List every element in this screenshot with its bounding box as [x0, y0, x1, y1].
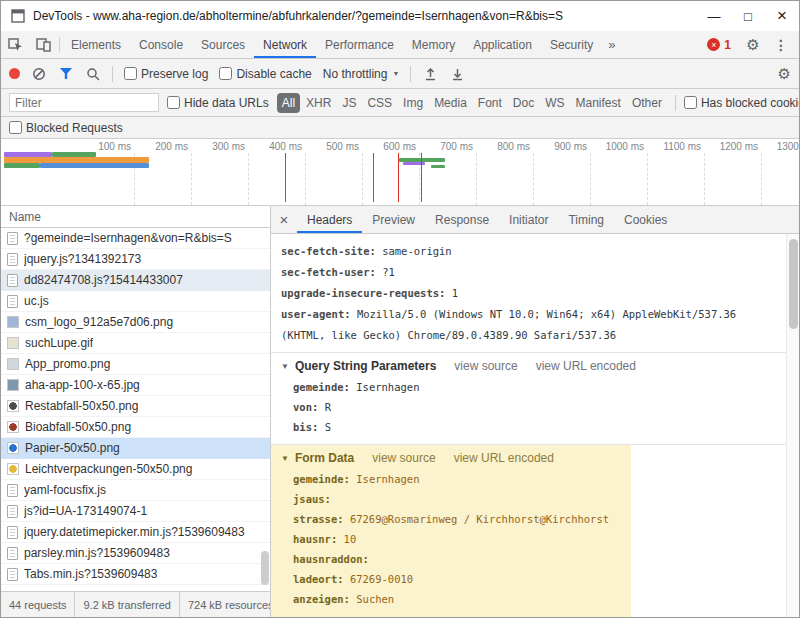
- detail-tab-cookies[interactable]: Cookies: [614, 206, 677, 233]
- record-button[interactable]: [9, 68, 20, 79]
- resource-size: 724 kB resources: [180, 592, 270, 617]
- header-line: sec-fetch-site: same-origin: [281, 241, 779, 262]
- view-url-encoded-link[interactable]: view URL encoded: [536, 359, 636, 373]
- tab-memory[interactable]: Memory: [403, 31, 464, 58]
- tab-performance[interactable]: Performance: [316, 31, 403, 58]
- request-row[interactable]: Papier-50x50.png: [1, 438, 270, 459]
- request-row[interactable]: yaml-focusfix.js: [1, 480, 270, 501]
- filter-input[interactable]: [9, 93, 159, 112]
- has-blocked-cookies-checkbox[interactable]: Has blocked cookies: [684, 96, 799, 110]
- maximize-button[interactable]: □: [731, 1, 765, 31]
- clear-icon[interactable]: [31, 66, 47, 82]
- resource-filter-js[interactable]: JS: [337, 93, 361, 113]
- request-row[interactable]: suchLupe.gif: [1, 333, 270, 354]
- view-url-encoded-link[interactable]: view URL encoded: [454, 451, 554, 465]
- request-row[interactable]: ?gemeinde=Isernhagen&von=R&bis=S: [1, 228, 270, 249]
- tab-elements[interactable]: Elements: [62, 31, 130, 58]
- has-blocked-cookies-input[interactable]: [684, 96, 697, 109]
- header-value: 1: [452, 287, 458, 299]
- preserve-log-input[interactable]: [124, 67, 137, 80]
- disclosure-triangle-icon[interactable]: ▼: [281, 454, 289, 463]
- detail-tab-response[interactable]: Response: [425, 206, 499, 233]
- more-tabs-button[interactable]: »: [602, 31, 621, 58]
- blocked-requests-input[interactable]: [9, 121, 22, 134]
- transferred-size: 9.2 kB transferred: [75, 592, 179, 617]
- detail-tabs: HeadersPreviewResponseInitiatorTimingCoo…: [297, 206, 677, 233]
- request-row[interactable]: dd82474708.js?15414433007: [1, 270, 270, 291]
- timeline-gridline: [476, 153, 477, 205]
- kebab-menu-icon[interactable]: ⋮: [767, 37, 795, 53]
- disclosure-triangle-icon[interactable]: ▼: [281, 362, 289, 371]
- minimize-button[interactable]: —: [697, 1, 731, 31]
- search-icon[interactable]: [85, 66, 101, 82]
- resource-filter-xhr[interactable]: XHR: [301, 93, 336, 113]
- resource-filter-css[interactable]: CSS: [362, 93, 397, 113]
- tab-bar-controls: × 1 ⚙ ⋮: [699, 31, 799, 58]
- request-row[interactable]: parsley.min.js?1539609483: [1, 543, 270, 564]
- form-data-section: ▼ Form Data view sourceview URL encoded …: [271, 444, 799, 617]
- export-har-icon[interactable]: [449, 66, 465, 82]
- error-badge[interactable]: × 1: [699, 38, 739, 52]
- preserve-log-checkbox[interactable]: Preserve log: [124, 67, 208, 81]
- tab-security[interactable]: Security: [541, 31, 602, 58]
- network-settings-gear-icon[interactable]: ⚙: [778, 65, 791, 83]
- param-value: 10: [344, 533, 357, 545]
- resource-filter-img[interactable]: Img: [398, 93, 428, 113]
- request-row[interactable]: csm_logo_912a5e7d06.png: [1, 312, 270, 333]
- device-toolbar-icon[interactable]: [29, 31, 57, 58]
- request-row[interactable]: Tabs.min.js?1539609483: [1, 564, 270, 585]
- request-row[interactable]: uc.js: [1, 291, 270, 312]
- request-name: Papier-50x50.png: [25, 441, 120, 455]
- request-row[interactable]: App_promo.png: [1, 354, 270, 375]
- detail-tab-preview[interactable]: Preview: [362, 206, 425, 233]
- request-name: js?id=UA-173149074-1: [24, 504, 147, 518]
- detail-tab-timing[interactable]: Timing: [558, 206, 614, 233]
- detail-tab-bar: × HeadersPreviewResponseInitiatorTimingC…: [271, 206, 799, 234]
- tab-console[interactable]: Console: [130, 31, 192, 58]
- request-row[interactable]: Restabfall-50x50.png: [1, 396, 270, 417]
- resource-filter-doc[interactable]: Doc: [508, 93, 539, 113]
- query-string-params: gemeinde: Isernhagenvon: Rbis: S: [271, 377, 799, 437]
- network-overview-timeline[interactable]: 100 ms200 ms300 ms400 ms500 ms600 ms700 …: [1, 139, 799, 206]
- scrollbar-thumb[interactable]: [261, 551, 269, 585]
- detail-tab-initiator[interactable]: Initiator: [499, 206, 558, 233]
- scrollbar-thumb[interactable]: [789, 239, 798, 329]
- import-har-icon[interactable]: [422, 66, 438, 82]
- close-window-button[interactable]: ×: [765, 1, 799, 31]
- request-row[interactable]: Leichtverpackungen-50x50.png: [1, 459, 270, 480]
- disable-cache-input[interactable]: [219, 67, 232, 80]
- view-source-link[interactable]: view source: [372, 451, 435, 465]
- request-row[interactable]: js?id=UA-173149074-1: [1, 501, 270, 522]
- request-row[interactable]: aha-app-100-x-65.jpg: [1, 375, 270, 396]
- view-source-link[interactable]: view source: [454, 359, 517, 373]
- resource-filter-media[interactable]: Media: [429, 93, 472, 113]
- image-thumbnail-icon: [7, 316, 19, 328]
- resource-filter-other[interactable]: Other: [627, 93, 667, 113]
- tab-network[interactable]: Network: [254, 31, 316, 58]
- file-icon: [7, 505, 18, 518]
- request-row[interactable]: Bioabfall-50x50.png: [1, 417, 270, 438]
- throttling-dropdown[interactable]: No throttling ▼: [323, 67, 400, 81]
- resource-filter-ws[interactable]: WS: [540, 93, 569, 113]
- tab-application[interactable]: Application: [464, 31, 541, 58]
- inspect-element-icon[interactable]: [1, 31, 29, 58]
- request-row[interactable]: jquery.js?1341392173: [1, 249, 270, 270]
- detail-tab-headers[interactable]: Headers: [297, 206, 362, 233]
- name-column-header[interactable]: Name: [1, 206, 270, 228]
- resource-filter-all[interactable]: All: [277, 93, 300, 113]
- form-data-params: gemeinde: Isernhagenjsaus: strasse: 6726…: [271, 469, 609, 609]
- filter-funnel-icon[interactable]: [58, 66, 74, 82]
- separator: [112, 66, 113, 82]
- settings-gear-icon[interactable]: ⚙: [739, 36, 767, 54]
- resource-filter-manifest[interactable]: Manifest: [571, 93, 626, 113]
- form-data-section-header: ▼ Form Data view sourceview URL encoded: [271, 445, 609, 469]
- hide-data-urls-checkbox[interactable]: Hide data URLs: [167, 96, 269, 110]
- scrollbar[interactable]: [786, 234, 799, 617]
- request-row[interactable]: jquery.datetimepicker.min.js?1539609483: [1, 522, 270, 543]
- resource-filter-font[interactable]: Font: [473, 93, 507, 113]
- close-detail-icon[interactable]: ×: [271, 206, 297, 233]
- tab-sources[interactable]: Sources: [192, 31, 254, 58]
- hide-data-urls-input[interactable]: [167, 96, 180, 109]
- disable-cache-checkbox[interactable]: Disable cache: [219, 67, 311, 81]
- blocked-requests-checkbox[interactable]: Blocked Requests: [9, 121, 123, 135]
